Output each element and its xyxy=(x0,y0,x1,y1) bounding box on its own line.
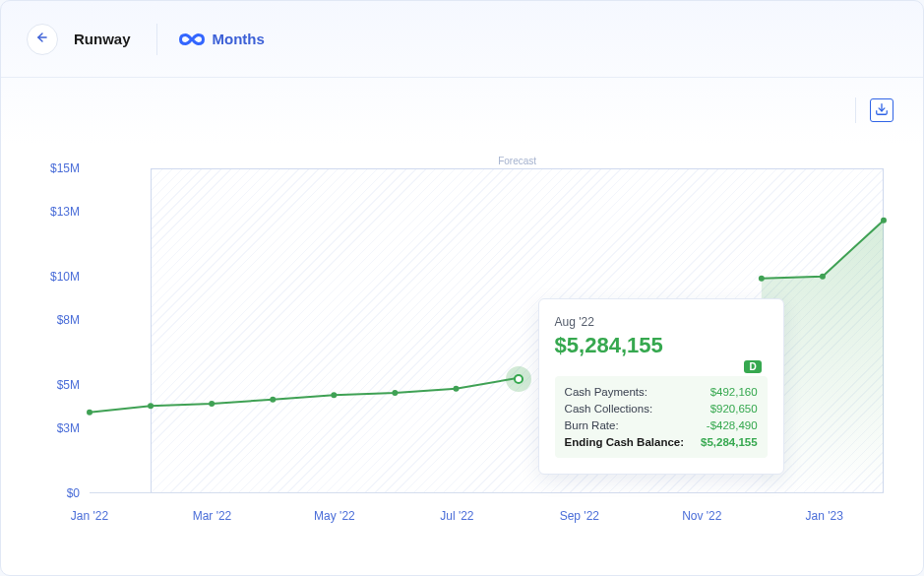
tooltip-row-value: $5,284,155 xyxy=(701,436,758,448)
svg-point-6 xyxy=(331,392,337,398)
tooltip-row: Cash Collections:$920,650 xyxy=(565,403,758,415)
svg-point-5 xyxy=(270,397,276,403)
tooltip-row-label: Cash Collections: xyxy=(565,403,652,415)
chart-area: $0$3M$5M$8M$10M$13M$15M Jan '22Mar '22Ma… xyxy=(31,159,893,550)
x-tick: Sep '22 xyxy=(560,509,599,523)
svg-point-4 xyxy=(209,401,215,407)
header: Runway Months xyxy=(1,1,923,78)
tooltip-row: Cash Payments:$492,160 xyxy=(565,386,758,398)
tooltip-row-label: Burn Rate: xyxy=(565,419,619,431)
toolbar-divider xyxy=(855,97,856,123)
y-tick: $10M xyxy=(31,270,80,284)
forecast-label: Forecast xyxy=(494,156,540,166)
x-tick: Jan '23 xyxy=(806,509,843,523)
svg-point-12 xyxy=(881,218,887,224)
runway-card: Runway Months $0$3M$5M$8M$10M$13M$15M Ja… xyxy=(0,0,924,576)
y-tick: $3M xyxy=(31,421,80,435)
tooltip-month: Aug '22 xyxy=(555,315,768,329)
tooltip-amount: $5,284,155 xyxy=(555,333,768,358)
tooltip-row-value: $492,160 xyxy=(710,386,758,398)
chart-toolbar xyxy=(855,97,893,123)
x-tick: Nov '22 xyxy=(682,509,721,523)
svg-point-7 xyxy=(392,390,398,396)
x-tick: Jan '22 xyxy=(71,509,108,523)
svg-point-9 xyxy=(515,375,521,381)
svg-point-11 xyxy=(820,274,826,280)
tooltip-row-value: -$428,490 xyxy=(707,419,758,431)
x-tick: Mar '22 xyxy=(193,509,232,523)
y-tick: $5M xyxy=(31,378,80,392)
y-tick: $8M xyxy=(31,313,80,327)
tooltip-row-label: Cash Payments: xyxy=(565,386,647,398)
tooltip-row-value: $920,650 xyxy=(710,403,758,415)
tooltip-row: Burn Rate:-$428,490 xyxy=(565,419,758,431)
months-indicator: Months xyxy=(179,31,265,47)
svg-point-3 xyxy=(148,403,154,409)
tooltip-badge: D xyxy=(744,360,761,373)
y-tick: $15M xyxy=(31,161,80,175)
page-title: Runway xyxy=(74,31,131,47)
x-tick: May '22 xyxy=(314,509,355,523)
download-button[interactable] xyxy=(870,98,893,122)
svg-point-10 xyxy=(759,276,765,282)
svg-point-2 xyxy=(87,410,92,416)
arrow-left-icon xyxy=(35,31,49,47)
y-tick: $0 xyxy=(31,486,80,500)
download-icon xyxy=(875,102,889,119)
tooltip-row: Ending Cash Balance:$5,284,155 xyxy=(565,436,758,448)
infinity-icon xyxy=(179,32,205,47)
x-tick: Jul '22 xyxy=(440,509,473,523)
tooltip-row-label: Ending Cash Balance: xyxy=(565,436,684,448)
y-tick: $13M xyxy=(31,205,80,219)
tooltip-details: D Cash Payments:$492,160Cash Collections… xyxy=(555,376,768,458)
back-button[interactable] xyxy=(27,24,58,55)
tooltip: Aug '22 $5,284,155 D Cash Payments:$492,… xyxy=(538,298,784,475)
svg-point-8 xyxy=(453,386,459,392)
plot-region[interactable]: Forecast Aug '22 $5,284,155 D Cash Payme… xyxy=(90,168,884,493)
months-label: Months xyxy=(213,31,265,47)
header-divider xyxy=(156,24,157,55)
